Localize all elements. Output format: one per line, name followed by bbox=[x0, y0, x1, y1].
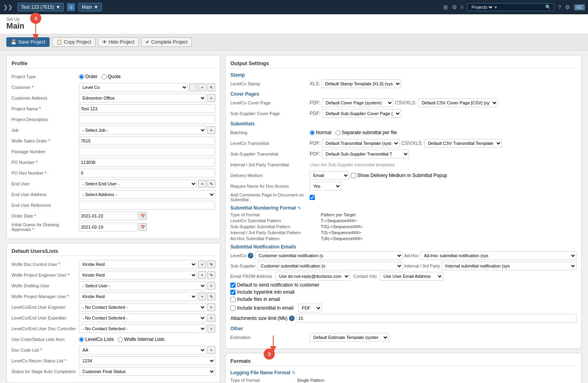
help-icon[interactable]: ? bbox=[558, 4, 561, 10]
end-user-address-select[interactable]: - Select Address - bbox=[79, 190, 215, 199]
wolfe-project-engineer-edit-btn[interactable]: ✎ bbox=[207, 271, 215, 279]
search-icon[interactable]: 🔍 bbox=[545, 4, 551, 10]
user-avatar[interactable]: GC bbox=[574, 4, 585, 10]
sub-supplier-transmittal-select[interactable]: Default Sub-Supplier Transmittal T bbox=[322, 150, 409, 158]
end-user-reference-input[interactable] bbox=[79, 201, 215, 210]
initial-guess-input[interactable] bbox=[79, 223, 138, 231]
doc-code-list-add-btn[interactable]: + bbox=[207, 346, 215, 354]
levelco-doc-controller-select[interactable]: - No Contact Selected - bbox=[79, 324, 206, 333]
levelco-engineer-select[interactable]: - No Contact Selected - bbox=[79, 303, 206, 312]
estimation-select[interactable]: Default Estimate Template (syster bbox=[310, 333, 389, 342]
levelco-notif-select[interactable]: Customer submittal notification (s bbox=[255, 251, 402, 260]
doc-code-list-select[interactable]: AA bbox=[79, 346, 206, 354]
separate-radio-label[interactable]: Separate submittal per file bbox=[335, 130, 397, 135]
wolfe-project-engineer-select[interactable]: Kirstie Reid bbox=[79, 271, 197, 279]
logging-edit-btn[interactable]: ✎ bbox=[292, 370, 295, 375]
wolfe-sales-order-input[interactable] bbox=[79, 137, 215, 145]
customer-address-add-btn[interactable]: + bbox=[207, 94, 215, 102]
settings-icon[interactable]: ⚙ bbox=[565, 4, 570, 10]
wolfe-doc-control-add-btn[interactable]: + bbox=[198, 260, 206, 268]
include-transmittal-format-select[interactable]: PDF bbox=[298, 304, 322, 312]
order-radio-label[interactable]: Order bbox=[79, 74, 98, 79]
sub-supplier-notif-select[interactable]: Customer submittal notification (s bbox=[257, 262, 403, 270]
end-user-select[interactable]: - Select End User - bbox=[79, 179, 197, 188]
submittal-numbering-edit-btn[interactable]: ✎ bbox=[297, 206, 301, 211]
wolfe-project-manager-select[interactable]: Kirstie Reid bbox=[79, 292, 197, 301]
end-user-add-btn[interactable]: + bbox=[198, 180, 206, 188]
complete-project-button[interactable]: ✔ Complete Project bbox=[141, 37, 192, 47]
levelco-cover-page-pdf-select[interactable]: Default Cover Page (system) bbox=[322, 98, 393, 107]
normal-radio[interactable] bbox=[310, 130, 315, 135]
brand-dropdown[interactable]: Test 123 (7615) ▼ bbox=[17, 3, 64, 12]
customer-select[interactable]: Level Co bbox=[79, 83, 188, 92]
save-project-button[interactable]: 💾 Save Project bbox=[6, 37, 50, 47]
add-comments-page-checkbox[interactable] bbox=[310, 195, 315, 200]
show-delivery-medium-label[interactable]: Show Delivery Medium in Submittal Popup bbox=[351, 173, 447, 178]
po-number-input[interactable] bbox=[79, 158, 215, 167]
search-input[interactable] bbox=[498, 4, 545, 10]
order-radio[interactable] bbox=[79, 74, 84, 79]
levelco-doc-controller-add-btn[interactable]: + bbox=[207, 325, 215, 333]
copy-project-button[interactable]: 📋 Copy Project bbox=[52, 37, 96, 47]
project-name-input[interactable] bbox=[79, 104, 215, 113]
email-from-select[interactable]: Use do-not-reply@docboss.com bbox=[276, 272, 350, 281]
quote-radio-label[interactable]: Quote bbox=[102, 74, 121, 79]
include-files-checkbox[interactable] bbox=[230, 297, 236, 302]
wolfe-project-manager-add-btn[interactable]: + bbox=[198, 293, 206, 300]
customer-edit-btn[interactable]: ✎ bbox=[207, 83, 215, 91]
hide-project-button[interactable]: 👁 Hide Project bbox=[98, 37, 139, 47]
levelco-cover-page-csvxls-select[interactable]: Default CSV Cover Page [CSV] (sy bbox=[418, 98, 498, 107]
levelco-engineer-add-btn[interactable]: + bbox=[207, 303, 215, 311]
levelco-expediter-select[interactable]: - No Contact Selected - bbox=[79, 314, 206, 322]
quote-radio[interactable] bbox=[102, 74, 107, 79]
wolfe-drafting-select[interactable]: - Select User - bbox=[79, 281, 206, 290]
job-select[interactable]: - Select Job - bbox=[79, 126, 206, 135]
levelco-stamp-select[interactable]: Default Stamp Template [XLS] (sys bbox=[322, 79, 401, 88]
levelco-doc-controller-label: LevelCo/End User Doc Controller bbox=[11, 326, 79, 331]
wolfe-drafting-add-btn[interactable]: + bbox=[207, 282, 215, 290]
delivery-medium-select[interactable]: Email bbox=[310, 171, 349, 180]
project-description-input[interactable] bbox=[79, 115, 215, 124]
status-for-stage-select[interactable]: Customer Final Status bbox=[79, 367, 215, 376]
order-date-calendar-btn[interactable]: 📅 bbox=[139, 212, 147, 220]
levelco-notif-info-icon[interactable]: ? bbox=[248, 253, 253, 258]
gear-icon[interactable]: ⚙ bbox=[452, 4, 457, 10]
levelco-lists-radio-label[interactable]: LevelCo Lists bbox=[79, 337, 114, 342]
main-dropdown[interactable]: Main ▼ bbox=[78, 3, 102, 12]
levelco-return-status-select[interactable]: 1234 bbox=[79, 356, 215, 365]
customer-doc-icon-btn[interactable]: 📄 bbox=[189, 83, 197, 91]
contact-info-select[interactable]: Use User Email Address bbox=[380, 272, 443, 281]
sub-supplier-cover-page-select[interactable]: Default Sub-Supplier Cover Page ( bbox=[322, 109, 401, 118]
separate-radio[interactable] bbox=[335, 130, 341, 135]
wolfe-doc-control-edit-btn[interactable]: ✎ bbox=[207, 260, 215, 268]
levelco-transmittal-csvxls-select[interactable]: Default CSV Transmittal Template bbox=[424, 139, 502, 148]
wolfe-doc-control-select[interactable]: Kirstie Reid bbox=[79, 260, 197, 269]
search-category-select[interactable]: Projects bbox=[470, 4, 494, 10]
package-number-input[interactable] bbox=[79, 147, 215, 156]
include-transmittal-checkbox[interactable] bbox=[230, 306, 236, 311]
require-name-select[interactable]: Yes bbox=[310, 182, 341, 191]
attachment-size-input[interactable] bbox=[296, 314, 577, 323]
default-send-checkbox[interactable] bbox=[230, 283, 236, 288]
customer-add-btn[interactable]: + bbox=[198, 83, 206, 91]
levelco-expediter-add-btn[interactable]: + bbox=[207, 314, 215, 322]
include-hyperlink-checkbox[interactable] bbox=[230, 290, 236, 295]
grid-icon[interactable]: ⊞ bbox=[443, 4, 448, 10]
po-rev-number-input[interactable] bbox=[79, 169, 215, 177]
wolfe-internal-radio[interactable] bbox=[118, 337, 123, 342]
adhoc-notif-select[interactable]: Ad-Hoc submittal notification (sys bbox=[420, 251, 577, 260]
show-delivery-medium-checkbox[interactable] bbox=[351, 173, 356, 178]
wolfe-project-manager-edit-btn[interactable]: ✎ bbox=[207, 293, 215, 300]
end-user-edit-btn[interactable]: ✎ bbox=[207, 180, 215, 188]
attachment-size-info-icon[interactable]: ? bbox=[289, 316, 295, 321]
order-date-input[interactable] bbox=[79, 212, 138, 220]
wolfe-internal-radio-label[interactable]: Wolfe Internal Lists bbox=[118, 337, 165, 342]
job-add-btn[interactable]: + bbox=[207, 126, 215, 134]
customer-address-select[interactable]: Edmonton Office bbox=[79, 94, 206, 102]
internal-notif-select[interactable]: Internal submittal notification (sys bbox=[442, 262, 577, 270]
levelco-lists-radio[interactable] bbox=[79, 337, 84, 342]
wolfe-project-engineer-add-btn[interactable]: + bbox=[198, 271, 206, 279]
initial-guess-calendar-btn[interactable]: 📅 bbox=[139, 223, 147, 231]
normal-radio-label[interactable]: Normal bbox=[310, 130, 331, 135]
levelco-transmittal-pdf-select[interactable]: Default Transmittal Template (syst bbox=[322, 139, 400, 148]
